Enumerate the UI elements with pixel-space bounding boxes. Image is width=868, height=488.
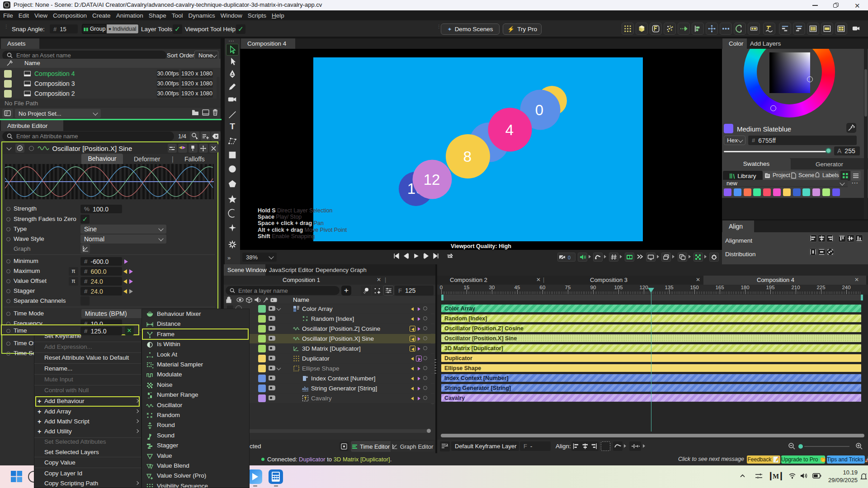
svg-text:4: 4 — [505, 122, 514, 138]
svg-text:12: 12 — [424, 171, 440, 188]
svg-text:z: z — [865, 473, 867, 475]
svg-text:8: 8 — [463, 148, 472, 165]
svg-text:0: 0 — [568, 255, 571, 260]
svg-text:0: 0 — [535, 102, 543, 118]
